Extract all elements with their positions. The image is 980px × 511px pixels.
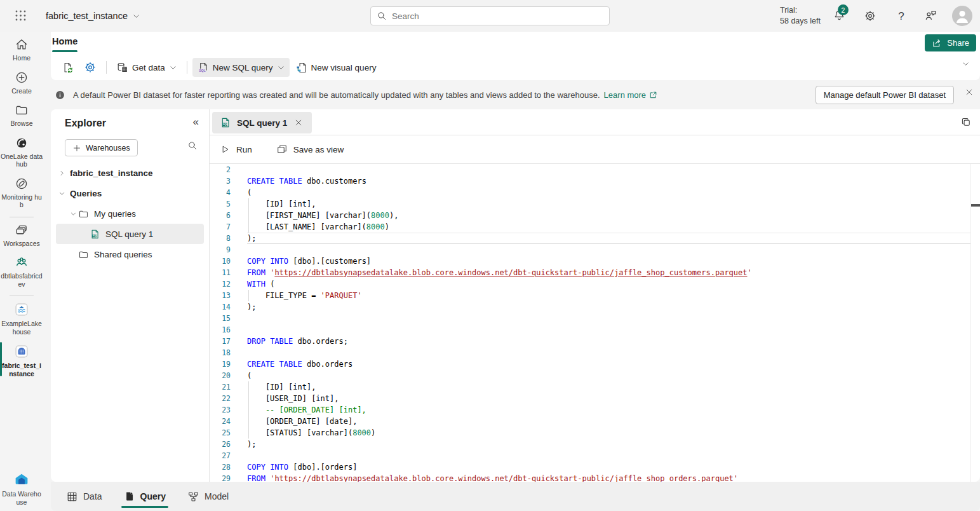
code-line-9: 9 [210, 244, 980, 256]
chevron-down-small-icon[interactable] [70, 210, 77, 217]
workspace-switcher[interactable]: fabric_test_instance [46, 0, 140, 32]
line-number: 4 [210, 187, 231, 198]
svg-text:SQL: SQL [223, 123, 228, 126]
copy-icon[interactable] [960, 116, 972, 130]
tree-item-shared-queries[interactable]: Shared queries [56, 244, 204, 264]
info-banner: A default Power BI dataset for faster re… [51, 80, 980, 109]
line-number: 9 [210, 244, 231, 256]
feedback-button[interactable] [922, 8, 939, 25]
gear-blue-icon [84, 61, 97, 74]
feedback-icon [924, 9, 937, 22]
get-data-button[interactable]: Get data [112, 58, 182, 77]
avatar[interactable] [952, 6, 972, 26]
view-tab-model[interactable]: Model [185, 482, 231, 511]
new-visual-query-button[interactable]: New visual query [291, 58, 381, 77]
app-launcher-icon[interactable] [13, 8, 29, 25]
view-tab-label: Query [140, 491, 166, 501]
tab-close-icon[interactable] [293, 117, 304, 128]
warehouse-settings-button[interactable] [79, 58, 101, 77]
rail-item-fabric-test-instance[interactable]: fabric_test_instance [0, 338, 43, 380]
rail-item-monitoring-hub[interactable]: Monitoring hub [0, 171, 43, 212]
code-line-7: 7 [LAST_NAME] [varchar](8000) [210, 221, 980, 233]
rail-item-data-warehouse[interactable]: Data Warehouse [0, 465, 43, 508]
query-toolbar: Run Save as view [210, 135, 980, 164]
lakehouse-icon [14, 302, 29, 317]
indent-guide [248, 393, 249, 404]
share-icon [932, 37, 943, 48]
sql-doc-green-icon: SQL [220, 117, 231, 128]
indent-guide [248, 221, 249, 233]
plus-icon [72, 144, 81, 153]
line-number: 22 [210, 393, 231, 404]
add-warehouses-button[interactable]: Warehouses [65, 139, 138, 156]
tab-home[interactable]: Home [52, 36, 86, 46]
code-line-3: 3CREATE TABLE dbo.customers [210, 175, 980, 187]
banner-close-icon[interactable] [965, 88, 974, 99]
code-line-8: 8); [210, 233, 980, 244]
refresh-doc-icon [62, 62, 74, 74]
close-icon [294, 118, 303, 127]
line-number: 28 [210, 461, 231, 473]
view-tab-query[interactable]: Query [121, 482, 168, 511]
top-bar: fabric_test_instance Trial: 58 days left… [0, 0, 980, 32]
settings-button[interactable] [862, 8, 878, 25]
indent-guide [248, 198, 249, 210]
tree-item-sql-query-1[interactable]: SQLSQL query 1 [56, 224, 204, 244]
refresh-button[interactable] [57, 58, 78, 77]
monitoring-icon [15, 177, 29, 191]
manage-dataset-button[interactable]: Manage default Power BI dataset [816, 86, 954, 104]
code-line-2: 2 [210, 164, 980, 175]
chevron-down-icon [962, 60, 970, 68]
line-number: 5 [210, 198, 231, 210]
save-as-view-button[interactable]: Save as view [276, 144, 344, 155]
tree-item-label: My queries [94, 209, 136, 219]
code-line-16: 16 [210, 324, 980, 336]
line-number: 13 [210, 290, 231, 301]
line-number: 15 [210, 313, 231, 324]
tree-item-queries[interactable]: Queries [56, 183, 204, 203]
code-line-19: 19CREATE TABLE dbo.orders [210, 358, 980, 370]
editor-tabstrip: SQL SQL query 1 [210, 109, 980, 135]
rail-item-examplelakehouse[interactable]: ExampleLakehouse [0, 296, 43, 338]
toolbar-collapse-chevron[interactable] [962, 60, 970, 70]
code-editor[interactable]: 23CREATE TABLE dbo.customers4(5 [ID] [in… [210, 164, 980, 482]
new-sql-query-button[interactable]: SQL New SQL query [192, 58, 290, 77]
learn-more-link[interactable]: Learn more [604, 90, 646, 100]
chevron-down-small-icon[interactable] [58, 190, 65, 197]
model-icon [187, 491, 199, 503]
tree-item-my-queries[interactable]: My queries [56, 203, 204, 224]
folder-icon [78, 249, 89, 260]
line-number: 20 [210, 370, 231, 381]
line-number: 14 [210, 301, 231, 313]
rail-item-dbtlabsfabricdev[interactable]: dbtlabsfabricdev [0, 250, 43, 290]
browse-folder-icon [15, 103, 29, 117]
tab-sql-query-1[interactable]: SQL SQL query 1 [212, 112, 312, 133]
collapse-panel-icon[interactable]: « [193, 116, 199, 128]
rail-item-workspaces[interactable]: Workspaces [0, 217, 43, 250]
indent-guide [248, 381, 249, 393]
notification-badge: 2 [838, 4, 849, 15]
explorer-search-icon[interactable] [187, 140, 198, 153]
share-button[interactable]: Share [925, 34, 976, 51]
global-search[interactable] [370, 6, 610, 25]
view-tab-data[interactable]: Data [64, 482, 105, 511]
help-button[interactable]: ? [893, 8, 910, 25]
run-button[interactable]: Run [220, 144, 252, 154]
rail-item-create[interactable]: Create [0, 65, 43, 98]
code-line-5: 5 [ID] [int], [210, 198, 980, 210]
people-icon [15, 256, 29, 269]
tree-item-label: fabric_test_instance [70, 168, 153, 178]
chevron-down-icon [169, 64, 177, 72]
gear-icon [864, 10, 876, 22]
rail-item-home[interactable]: Home [0, 32, 43, 65]
line-number: 27 [210, 450, 231, 461]
line-number: 18 [210, 347, 231, 358]
search-input[interactable] [392, 11, 603, 21]
tree-item-fabric-test-instance[interactable]: fabric_test_instance [56, 163, 204, 183]
rail-item-browse[interactable]: Browse [0, 97, 43, 130]
rail-item-onelake-data-hub[interactable]: OneLake data hub [0, 130, 43, 171]
external-link-icon [648, 90, 658, 100]
code-line-17: 17DROP TABLE dbo.orders; [210, 336, 980, 347]
chevron-right-small-icon[interactable] [58, 170, 65, 177]
code-line-21: 21 [ID] [int], [210, 381, 980, 393]
